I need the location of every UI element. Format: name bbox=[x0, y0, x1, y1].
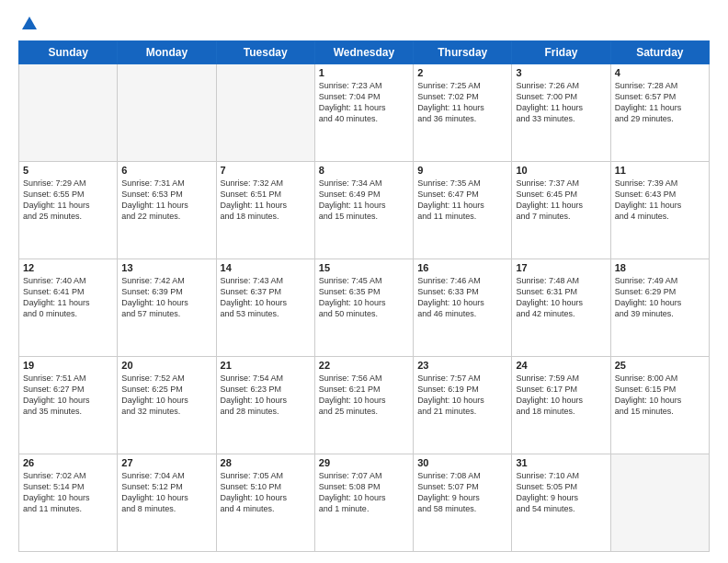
day-info: Sunrise: 7:34 AM Sunset: 6:49 PM Dayligh… bbox=[319, 178, 409, 223]
svg-marker-0 bbox=[22, 17, 37, 29]
day-number: 6 bbox=[121, 165, 211, 176]
day-number: 19 bbox=[23, 360, 113, 371]
day-info: Sunrise: 7:37 AM Sunset: 6:45 PM Dayligh… bbox=[516, 178, 606, 223]
calendar-week-row: 26Sunrise: 7:02 AM Sunset: 5:14 PM Dayli… bbox=[19, 454, 710, 552]
day-number: 10 bbox=[516, 165, 606, 176]
calendar-cell bbox=[19, 64, 118, 162]
day-number: 29 bbox=[319, 457, 409, 468]
day-number: 15 bbox=[319, 262, 409, 273]
calendar-cell: 10Sunrise: 7:37 AM Sunset: 6:45 PM Dayli… bbox=[512, 162, 610, 259]
day-number: 26 bbox=[23, 457, 113, 468]
header bbox=[18, 17, 710, 31]
calendar-week-row: 1Sunrise: 7:23 AM Sunset: 7:04 PM Daylig… bbox=[19, 64, 710, 162]
col-monday: Monday bbox=[118, 41, 216, 64]
day-info: Sunrise: 7:43 AM Sunset: 6:37 PM Dayligh… bbox=[221, 275, 311, 320]
calendar-cell: 8Sunrise: 7:34 AM Sunset: 6:49 PM Daylig… bbox=[314, 162, 413, 259]
logo bbox=[18, 17, 39, 31]
day-info: Sunrise: 7:46 AM Sunset: 6:33 PM Dayligh… bbox=[417, 275, 507, 320]
day-number: 23 bbox=[417, 360, 507, 371]
day-info: Sunrise: 7:40 AM Sunset: 6:41 PM Dayligh… bbox=[23, 275, 113, 320]
day-number: 13 bbox=[121, 262, 211, 273]
day-info: Sunrise: 7:10 AM Sunset: 5:05 PM Dayligh… bbox=[516, 470, 606, 515]
day-number: 24 bbox=[516, 360, 606, 371]
calendar-cell: 15Sunrise: 7:45 AM Sunset: 6:35 PM Dayli… bbox=[314, 259, 413, 357]
day-number: 25 bbox=[615, 360, 705, 371]
day-info: Sunrise: 7:35 AM Sunset: 6:47 PM Dayligh… bbox=[417, 178, 507, 223]
day-info: Sunrise: 7:54 AM Sunset: 6:23 PM Dayligh… bbox=[221, 373, 311, 418]
calendar-table: Sunday Monday Tuesday Wednesday Thursday… bbox=[18, 40, 710, 552]
calendar-week-row: 19Sunrise: 7:51 AM Sunset: 6:27 PM Dayli… bbox=[19, 357, 710, 454]
day-number: 12 bbox=[23, 262, 113, 273]
day-info: Sunrise: 7:04 AM Sunset: 5:12 PM Dayligh… bbox=[121, 470, 211, 515]
calendar-week-row: 5Sunrise: 7:29 AM Sunset: 6:55 PM Daylig… bbox=[19, 162, 710, 259]
day-number: 28 bbox=[221, 457, 311, 468]
calendar-cell: 22Sunrise: 7:56 AM Sunset: 6:21 PM Dayli… bbox=[314, 357, 413, 454]
day-number: 31 bbox=[516, 457, 606, 468]
col-friday: Friday bbox=[512, 41, 610, 64]
day-number: 21 bbox=[221, 360, 311, 371]
col-saturday: Saturday bbox=[610, 41, 709, 64]
day-info: Sunrise: 7:32 AM Sunset: 6:51 PM Dayligh… bbox=[221, 178, 311, 223]
day-info: Sunrise: 7:45 AM Sunset: 6:35 PM Dayligh… bbox=[319, 275, 409, 320]
calendar-cell: 7Sunrise: 7:32 AM Sunset: 6:51 PM Daylig… bbox=[216, 162, 314, 259]
day-number: 2 bbox=[417, 67, 507, 78]
calendar-header-row: Sunday Monday Tuesday Wednesday Thursday… bbox=[19, 41, 710, 64]
day-info: Sunrise: 8:00 AM Sunset: 6:15 PM Dayligh… bbox=[615, 373, 705, 418]
calendar-cell: 6Sunrise: 7:31 AM Sunset: 6:53 PM Daylig… bbox=[118, 162, 216, 259]
day-info: Sunrise: 7:52 AM Sunset: 6:25 PM Dayligh… bbox=[121, 373, 211, 418]
day-info: Sunrise: 7:57 AM Sunset: 6:19 PM Dayligh… bbox=[417, 373, 507, 418]
calendar-cell: 31Sunrise: 7:10 AM Sunset: 5:05 PM Dayli… bbox=[512, 454, 610, 552]
calendar-cell: 3Sunrise: 7:26 AM Sunset: 7:00 PM Daylig… bbox=[512, 64, 610, 162]
calendar-cell: 25Sunrise: 8:00 AM Sunset: 6:15 PM Dayli… bbox=[610, 357, 709, 454]
day-info: Sunrise: 7:26 AM Sunset: 7:00 PM Dayligh… bbox=[516, 80, 606, 125]
day-number: 1 bbox=[319, 67, 409, 78]
day-number: 4 bbox=[615, 67, 705, 78]
calendar-cell: 1Sunrise: 7:23 AM Sunset: 7:04 PM Daylig… bbox=[314, 64, 413, 162]
day-info: Sunrise: 7:39 AM Sunset: 6:43 PM Dayligh… bbox=[615, 178, 705, 223]
calendar-cell: 12Sunrise: 7:40 AM Sunset: 6:41 PM Dayli… bbox=[19, 259, 118, 357]
calendar-cell: 14Sunrise: 7:43 AM Sunset: 6:37 PM Dayli… bbox=[216, 259, 314, 357]
calendar-cell: 30Sunrise: 7:08 AM Sunset: 5:07 PM Dayli… bbox=[414, 454, 512, 552]
calendar-cell: 20Sunrise: 7:52 AM Sunset: 6:25 PM Dayli… bbox=[118, 357, 216, 454]
day-number: 20 bbox=[121, 360, 211, 371]
calendar-cell: 19Sunrise: 7:51 AM Sunset: 6:27 PM Dayli… bbox=[19, 357, 118, 454]
day-info: Sunrise: 7:49 AM Sunset: 6:29 PM Dayligh… bbox=[615, 275, 705, 320]
day-info: Sunrise: 7:31 AM Sunset: 6:53 PM Dayligh… bbox=[121, 178, 211, 223]
day-info: Sunrise: 7:02 AM Sunset: 5:14 PM Dayligh… bbox=[23, 470, 113, 515]
calendar-cell bbox=[216, 64, 314, 162]
page: Sunday Monday Tuesday Wednesday Thursday… bbox=[0, 0, 728, 563]
day-number: 27 bbox=[121, 457, 211, 468]
day-number: 9 bbox=[417, 165, 507, 176]
calendar-cell: 29Sunrise: 7:07 AM Sunset: 5:08 PM Dayli… bbox=[314, 454, 413, 552]
day-info: Sunrise: 7:59 AM Sunset: 6:17 PM Dayligh… bbox=[516, 373, 606, 418]
day-number: 18 bbox=[615, 262, 705, 273]
day-info: Sunrise: 7:05 AM Sunset: 5:10 PM Dayligh… bbox=[221, 470, 311, 515]
calendar-cell: 27Sunrise: 7:04 AM Sunset: 5:12 PM Dayli… bbox=[118, 454, 216, 552]
day-info: Sunrise: 7:23 AM Sunset: 7:04 PM Dayligh… bbox=[319, 80, 409, 125]
logo-icon bbox=[20, 15, 39, 33]
day-number: 16 bbox=[417, 262, 507, 273]
calendar-cell: 24Sunrise: 7:59 AM Sunset: 6:17 PM Dayli… bbox=[512, 357, 610, 454]
calendar-cell: 5Sunrise: 7:29 AM Sunset: 6:55 PM Daylig… bbox=[19, 162, 118, 259]
calendar-cell: 9Sunrise: 7:35 AM Sunset: 6:47 PM Daylig… bbox=[414, 162, 512, 259]
col-tuesday: Tuesday bbox=[216, 41, 314, 64]
day-info: Sunrise: 7:25 AM Sunset: 7:02 PM Dayligh… bbox=[417, 80, 507, 125]
day-number: 17 bbox=[516, 262, 606, 273]
day-info: Sunrise: 7:51 AM Sunset: 6:27 PM Dayligh… bbox=[23, 373, 113, 418]
calendar-cell: 11Sunrise: 7:39 AM Sunset: 6:43 PM Dayli… bbox=[610, 162, 709, 259]
calendar-cell: 4Sunrise: 7:28 AM Sunset: 6:57 PM Daylig… bbox=[610, 64, 709, 162]
calendar-cell: 26Sunrise: 7:02 AM Sunset: 5:14 PM Dayli… bbox=[19, 454, 118, 552]
day-number: 7 bbox=[221, 165, 311, 176]
calendar-cell: 13Sunrise: 7:42 AM Sunset: 6:39 PM Dayli… bbox=[118, 259, 216, 357]
day-info: Sunrise: 7:56 AM Sunset: 6:21 PM Dayligh… bbox=[319, 373, 409, 418]
calendar-cell: 23Sunrise: 7:57 AM Sunset: 6:19 PM Dayli… bbox=[414, 357, 512, 454]
day-number: 30 bbox=[417, 457, 507, 468]
calendar-cell: 17Sunrise: 7:48 AM Sunset: 6:31 PM Dayli… bbox=[512, 259, 610, 357]
calendar-cell: 2Sunrise: 7:25 AM Sunset: 7:02 PM Daylig… bbox=[414, 64, 512, 162]
calendar-cell: 21Sunrise: 7:54 AM Sunset: 6:23 PM Dayli… bbox=[216, 357, 314, 454]
col-sunday: Sunday bbox=[19, 41, 118, 64]
calendar-cell: 18Sunrise: 7:49 AM Sunset: 6:29 PM Dayli… bbox=[610, 259, 709, 357]
col-thursday: Thursday bbox=[414, 41, 512, 64]
day-number: 11 bbox=[615, 165, 705, 176]
calendar-week-row: 12Sunrise: 7:40 AM Sunset: 6:41 PM Dayli… bbox=[19, 259, 710, 357]
